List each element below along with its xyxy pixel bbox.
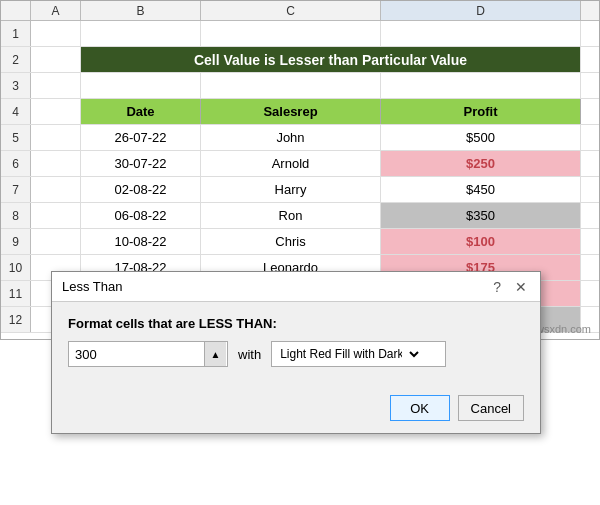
table-row: 6 30-07-22 Arnold $250 [1,151,599,177]
cancel-button[interactable]: Cancel [458,395,524,421]
dialog-footer: OK Cancel [52,391,540,433]
dialog-title: Less Than [62,279,122,294]
col-header-rownum [1,1,31,20]
cell-salesrep: Ron [201,203,381,228]
ok-button[interactable]: OK [390,395,450,421]
cell-profit: $250 [381,151,581,176]
row-4-header: 4 Date Salesrep Profit [1,99,599,125]
dialog-select-wrap: Light Red Fill with Dark Red Text [271,341,446,367]
header-salesrep: Salesrep [201,99,381,124]
cell-profit: $450 [381,177,581,202]
col-headers: A B C D [1,1,599,21]
less-than-input[interactable] [69,347,204,362]
cell-date: 06-08-22 [81,203,201,228]
cell-salesrep: Arnold [201,151,381,176]
dialog-input-arrow[interactable]: ▲ [204,342,226,366]
cell-profit: $100 [381,229,581,254]
header-profit: Profit [381,99,581,124]
dialog-instruction-label: Format cells that are LESS THAN: [68,316,524,331]
table-row: 9 10-08-22 Chris $100 [1,229,599,255]
spreadsheet-title: Cell Value is Lesser than Particular Val… [81,47,581,72]
table-row: 8 06-08-22 Ron $350 [1,203,599,229]
dialog-titlebar: Less Than ? ✕ [52,272,540,302]
cell-salesrep: Harry [201,177,381,202]
col-header-b: B [81,1,201,20]
format-style-select[interactable]: Light Red Fill with Dark Red Text [272,346,422,362]
row-1: 1 [1,21,599,47]
dialog-body: Format cells that are LESS THAN: ▲ with … [52,302,540,391]
table-row: 5 26-07-22 John $500 [1,125,599,151]
col-header-c: C [201,1,381,20]
dialog-input-wrap: ▲ [68,341,228,367]
dialog-controls: ? ✕ [490,279,530,295]
spreadsheet: A B C D 1 2 Cell Value is Lesser than Pa… [0,0,600,340]
cell-profit: $500 [381,125,581,150]
col-header-d: D [381,1,581,20]
less-than-dialog: Less Than ? ✕ Format cells that are LESS… [51,271,541,434]
header-date: Date [81,99,201,124]
col-header-a: A [31,1,81,20]
cell-salesrep: Chris [201,229,381,254]
dialog-close-button[interactable]: ✕ [512,279,530,295]
dialog-with-label: with [238,347,261,362]
cell-salesrep: John [201,125,381,150]
cell-date: 26-07-22 [81,125,201,150]
row-3: 3 [1,73,599,99]
table-row: 7 02-08-22 Harry $450 [1,177,599,203]
cell-date: 02-08-22 [81,177,201,202]
row-2: 2 Cell Value is Lesser than Particular V… [1,47,599,73]
watermark: wsxdn.com [536,323,591,335]
cell-profit: $350 [381,203,581,228]
dialog-input-row: ▲ with Light Red Fill with Dark Red Text [68,341,524,367]
dialog-help-button[interactable]: ? [490,279,504,295]
cell-date: 30-07-22 [81,151,201,176]
cell-date: 10-08-22 [81,229,201,254]
